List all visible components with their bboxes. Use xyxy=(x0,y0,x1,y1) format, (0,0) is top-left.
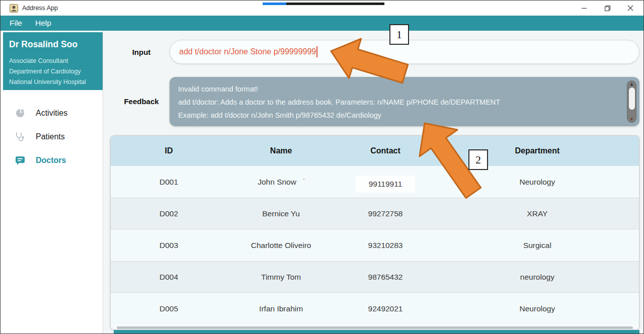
cell-name: Timmy Tom xyxy=(227,273,335,282)
cell-contact: 93210283 xyxy=(335,241,436,250)
profile-hospital: National University Hospital xyxy=(9,77,97,88)
sidebar-item-patients[interactable]: Patients xyxy=(1,125,103,148)
cell-contact: 99119911 xyxy=(335,174,436,191)
sidebar: Dr Rosalind Soo Associate Consultant Dep… xyxy=(1,31,103,334)
sidebar-label-doctors: Doctors xyxy=(36,156,66,165)
cell-id: D002 xyxy=(111,209,227,218)
scroll-up-icon[interactable]: ▲ xyxy=(629,81,634,87)
cell-department: neurology xyxy=(436,273,639,282)
cell-name: Irfan Ibrahim xyxy=(227,304,335,313)
feedback-line: Example: add t/doctor n/John Smith p/987… xyxy=(178,109,622,122)
text-cursor xyxy=(316,46,317,57)
window-title: Address App xyxy=(22,5,58,12)
annotation-step-1: 1 xyxy=(389,24,409,45)
cell-id: D001 xyxy=(111,178,227,187)
profile-name: Dr Rosalind Soo xyxy=(9,39,97,50)
profile-department: Department of Cardiology xyxy=(9,66,97,77)
menu-file[interactable]: File xyxy=(10,19,22,28)
cell-name: Bernice Yu xyxy=(227,209,335,218)
chat-bubble-icon xyxy=(15,155,26,166)
app-icon xyxy=(10,4,18,13)
status-footer-bar xyxy=(114,330,639,334)
column-header-name[interactable]: Name xyxy=(227,146,335,155)
sidebar-item-activities[interactable]: Activities xyxy=(1,101,103,125)
cell-name: John Snow' xyxy=(227,178,335,187)
scroll-down-icon[interactable]: ▼ xyxy=(629,117,634,122)
cell-department: Surgical xyxy=(436,241,639,250)
table-row[interactable]: D005 Irfan Ibrahim 92492021 Neurology xyxy=(111,293,639,324)
feedback-display: Invalid command format! add t/doctor: Ad… xyxy=(170,77,639,126)
table-horizontal-scrollbar[interactable] xyxy=(111,324,639,330)
cell-id: D004 xyxy=(111,273,227,282)
sidebar-label-patients: Patients xyxy=(36,132,65,141)
cell-department: XRAY xyxy=(436,209,639,218)
cell-name: Charlotte Oliveiro xyxy=(227,241,335,250)
cell-artifact-mark: ' xyxy=(303,178,304,184)
cell-id: D005 xyxy=(111,304,227,313)
feedback-scrollbar[interactable]: ▲ ▼ xyxy=(627,80,636,123)
feedback-line: add t/doctor: Adds a doctor to the addre… xyxy=(178,96,622,109)
cell-contact: 92492021 xyxy=(335,304,436,313)
menu-help[interactable]: Help xyxy=(35,19,51,28)
profile-card: Dr Rosalind Soo Associate Consultant Dep… xyxy=(3,32,103,90)
table-header-row: ID Name Contact Department xyxy=(111,136,639,166)
close-button[interactable] xyxy=(622,2,638,14)
profile-role: Associate Consultant xyxy=(9,56,97,66)
stethoscope-icon xyxy=(15,131,26,142)
table-row[interactable]: D001 John Snow' 99119911 Neurology xyxy=(111,166,639,198)
progress-elapsed xyxy=(263,3,286,5)
pie-chart-icon xyxy=(15,108,26,119)
column-header-id[interactable]: ID xyxy=(111,146,227,155)
cell-department: Neurology xyxy=(436,304,639,313)
progress-remaining xyxy=(286,3,384,5)
sidebar-nav: Activities Patients xyxy=(1,101,103,172)
minimize-button[interactable] xyxy=(576,2,592,14)
doctors-table: ID Name Contact Department D001 John Sno… xyxy=(110,135,639,330)
address-app-window: Address App File Help xyxy=(0,0,644,334)
sidebar-item-doctors[interactable]: Doctors xyxy=(1,148,103,172)
input-label: Input xyxy=(113,48,170,56)
cell-id: D003 xyxy=(111,241,227,250)
annotation-step-2: 2 xyxy=(468,149,488,170)
table-row[interactable]: D004 Timmy Tom 98765432 neurology xyxy=(111,261,639,293)
scrollbar-thumb[interactable] xyxy=(629,88,635,110)
menu-bar: File Help xyxy=(1,16,643,31)
restore-button[interactable] xyxy=(599,2,615,14)
feedback-label: Feedback xyxy=(113,97,170,106)
table-row[interactable]: D003 Charlotte Oliveiro 93210283 Surgica… xyxy=(111,229,639,261)
video-progress-bar xyxy=(263,3,384,5)
scrollbar-thumb[interactable] xyxy=(117,326,633,329)
sidebar-label-activities: Activities xyxy=(36,109,67,118)
table-row[interactable]: D002 Bernice Yu 99272758 XRAY xyxy=(111,198,639,229)
cell-contact: 99272758 xyxy=(335,209,436,218)
cell-contact: 98765432 xyxy=(335,273,436,282)
command-input-value: add t/doctor n/Jone Stone p/99999999 xyxy=(179,47,316,56)
